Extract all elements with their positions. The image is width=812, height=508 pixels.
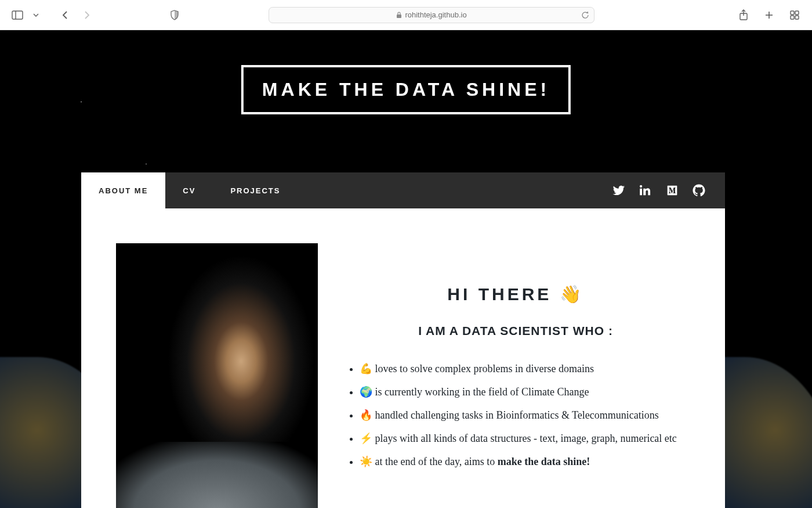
svg-rect-2 — [397, 15, 401, 18]
sidebar-toggle-icon[interactable] — [10, 8, 24, 22]
tab-label: ABOUT ME — [99, 186, 148, 195]
tab-bar: ABOUT ME CV PROJECTS — [81, 172, 725, 208]
bio-list: 💪 loves to solve complex problems in div… — [341, 361, 690, 469]
url-bar[interactable]: rohithteja.github.io — [269, 7, 594, 23]
back-button[interactable] — [58, 8, 72, 22]
list-item: ☀️ at the end of the day, aims to make t… — [360, 454, 690, 469]
hero-banner: MAKE THE DATA SHINE! — [241, 65, 571, 114]
bio-section: HI THERE 👋 I AM A DATA SCIENTIST WHO : 💪… — [341, 243, 690, 508]
tab-about-me[interactable]: ABOUT ME — [81, 172, 165, 208]
bio-heading: HI THERE 👋 — [341, 284, 690, 304]
page: MAKE THE DATA SHINE! ABOUT ME CV PROJECT… — [0, 30, 812, 508]
twitter-icon[interactable] — [612, 184, 625, 197]
tab-overview-icon[interactable] — [788, 8, 802, 22]
chevron-down-icon[interactable] — [32, 8, 39, 22]
list-item: ⚡ plays with all kinds of data structure… — [360, 431, 690, 446]
tab-projects[interactable]: PROJECTS — [213, 172, 298, 208]
privacy-shield-icon[interactable] — [168, 8, 182, 22]
svg-rect-8 — [795, 11, 799, 15]
list-item: 🔥 handled challenging tasks in Bioinform… — [360, 408, 690, 423]
tab-label: CV — [183, 186, 195, 195]
svg-rect-0 — [12, 11, 23, 19]
social-links — [612, 172, 725, 208]
svg-rect-9 — [791, 16, 794, 19]
lock-icon — [396, 12, 402, 19]
forward-button — [80, 8, 94, 22]
list-item: 🌍 is currently working in the field of C… — [360, 384, 690, 399]
linkedin-icon[interactable] — [639, 184, 652, 197]
bio-subheading: I AM A DATA SCIENTIST WHO : — [341, 324, 690, 338]
tab-label: PROJECTS — [230, 186, 280, 195]
new-tab-icon[interactable] — [762, 8, 776, 22]
list-item-text: ☀️ at the end of the day, aims to — [360, 456, 498, 467]
hero-title: MAKE THE DATA SHINE! — [262, 79, 550, 100]
github-icon[interactable] — [693, 184, 705, 197]
browser-toolbar: rohithteja.github.io — [0, 0, 812, 30]
reload-icon[interactable] — [581, 11, 589, 19]
content-card: ABOUT ME CV PROJECTS HI — [81, 172, 725, 508]
svg-rect-7 — [791, 11, 794, 15]
share-icon[interactable] — [737, 8, 751, 22]
svg-rect-10 — [795, 16, 799, 19]
portrait-photo — [116, 243, 318, 508]
list-item: 💪 loves to solve complex problems in div… — [360, 361, 690, 376]
medium-icon[interactable] — [666, 184, 679, 197]
url-text: rohithteja.github.io — [405, 10, 466, 19]
list-item-bold: make the data shine! — [498, 456, 590, 467]
tab-cv[interactable]: CV — [165, 172, 213, 208]
svg-rect-11 — [668, 186, 677, 196]
about-content: HI THERE 👋 I AM A DATA SCIENTIST WHO : 💪… — [81, 208, 725, 508]
